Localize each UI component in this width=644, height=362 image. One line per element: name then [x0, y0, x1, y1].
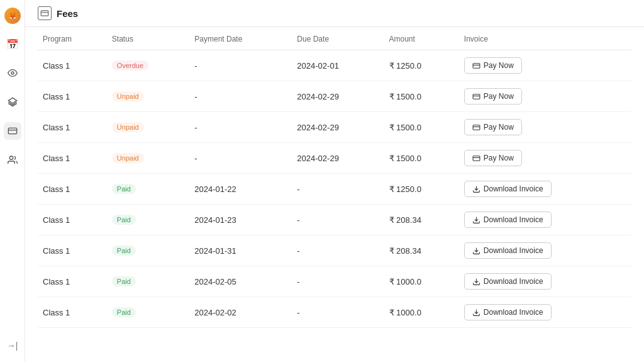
cell-due-date: -: [292, 235, 384, 266]
pay-now-button[interactable]: Pay Now: [464, 57, 522, 74]
status-badge: Paid: [112, 215, 136, 225]
download-invoice-button[interactable]: Download Invoice: [464, 242, 552, 259]
calendar-icon[interactable]: 📅: [4, 35, 21, 53]
download-invoice-button[interactable]: Download Invoice: [464, 304, 552, 320]
cell-amount: ₹ 1500.0: [384, 112, 459, 143]
cell-program: Class 1: [38, 50, 107, 81]
credit-card-icon: [472, 93, 480, 101]
cell-invoice: Download Invoice: [459, 174, 631, 205]
cell-payment-date: -: [189, 50, 292, 81]
cell-due-date: -: [292, 297, 384, 328]
cell-due-date: 2024-02-29: [292, 143, 384, 174]
cell-program: Class 1: [38, 205, 107, 235]
download-icon: [472, 185, 480, 193]
cell-payment-date: -: [189, 143, 292, 174]
credit-card-icon: [472, 123, 480, 132]
svg-point-0: [11, 72, 14, 74]
cell-program: Class 1: [38, 112, 107, 143]
download-icon: [472, 216, 480, 224]
table-row: Class 1Paid2024-02-02-₹ 1000.0Download I…: [38, 297, 631, 328]
cell-amount: ₹ 1500.0: [384, 143, 459, 174]
table-row: Class 1Unpaid-2024-02-29₹ 1500.0Pay Now: [38, 112, 631, 143]
cell-payment-date: 2024-01-23: [189, 205, 292, 235]
download-invoice-button[interactable]: Download Invoice: [464, 181, 552, 197]
sidebar: 🦊 📅 →|: [0, 0, 25, 362]
svg-rect-2: [8, 128, 16, 133]
cell-amount: ₹ 1250.0: [384, 50, 459, 81]
cell-program: Class 1: [38, 174, 107, 205]
cell-program: Class 1: [38, 143, 107, 174]
cell-invoice: Pay Now: [459, 50, 631, 81]
cell-payment-date: -: [189, 81, 292, 112]
cell-program: Class 1: [38, 297, 107, 328]
layers-icon[interactable]: [4, 93, 21, 111]
cell-payment-date: 2024-02-05: [189, 266, 292, 297]
cell-due-date: -: [292, 266, 384, 297]
status-badge: Unpaid: [112, 153, 144, 163]
status-badge: Paid: [112, 307, 136, 317]
cell-amount: ₹ 1500.0: [384, 81, 459, 112]
cell-program: Class 1: [38, 235, 107, 266]
fees-table: Program Status Payment Date Due Date Amo…: [38, 27, 631, 328]
cell-invoice: Download Invoice: [459, 235, 631, 266]
fees-icon: [38, 6, 52, 20]
table-row: Class 1Paid2024-01-23-₹ 208.34Download I…: [38, 205, 631, 235]
page-title: Fees: [57, 8, 78, 19]
cell-invoice: Pay Now: [459, 143, 631, 174]
cell-amount: ₹ 208.34: [384, 235, 459, 266]
table-row: Class 1Overdue-2024-02-01₹ 1250.0Pay Now: [38, 50, 631, 81]
pay-now-button[interactable]: Pay Now: [464, 88, 522, 105]
col-invoice: Invoice: [459, 27, 631, 50]
cell-due-date: -: [292, 205, 384, 235]
status-badge: Unpaid: [112, 122, 144, 132]
cell-status: Paid: [107, 297, 189, 328]
cell-invoice: Pay Now: [459, 81, 631, 112]
status-badge: Paid: [112, 246, 136, 256]
cell-status: Unpaid: [107, 143, 189, 174]
cell-status: Overdue: [107, 50, 189, 81]
svg-rect-5: [41, 11, 48, 16]
card-icon[interactable]: [4, 122, 21, 140]
cell-amount: ₹ 1000.0: [384, 266, 459, 297]
main-content: Fees Program Status Payment Date Due Dat…: [25, 0, 644, 362]
svg-rect-9: [473, 94, 480, 99]
cell-due-date: 2024-02-29: [292, 81, 384, 112]
cell-payment-date: 2024-02-02: [189, 297, 292, 328]
status-badge: Overdue: [112, 60, 148, 71]
cell-status: Paid: [107, 205, 189, 235]
download-invoice-button[interactable]: Download Invoice: [464, 212, 552, 228]
avatar-icon[interactable]: 🦊: [4, 8, 21, 24]
users-icon[interactable]: [4, 151, 21, 169]
cell-amount: ₹ 1000.0: [384, 297, 459, 328]
table-row: Class 1Unpaid-2024-02-29₹ 1500.0Pay Now: [38, 143, 631, 174]
cell-payment-date: 2024-01-22: [189, 174, 292, 205]
page-header: Fees: [25, 0, 644, 27]
cell-program: Class 1: [38, 266, 107, 297]
pay-now-button[interactable]: Pay Now: [464, 150, 522, 166]
cell-payment-date: 2024-01-31: [189, 235, 292, 266]
cell-amount: ₹ 1250.0: [384, 174, 459, 205]
table-row: Class 1Paid2024-01-22-₹ 1250.0Download I…: [38, 174, 631, 205]
credit-card-icon: [472, 62, 480, 70]
svg-point-4: [9, 156, 13, 159]
cell-amount: ₹ 208.34: [384, 205, 459, 235]
status-badge: Paid: [112, 276, 136, 286]
col-program: Program: [38, 27, 107, 50]
download-icon: [472, 308, 480, 317]
col-payment-date: Payment Date: [189, 27, 292, 50]
pay-now-button[interactable]: Pay Now: [464, 119, 522, 135]
collapse-button[interactable]: →|: [4, 337, 21, 354]
cell-due-date: -: [292, 174, 384, 205]
eye-icon[interactable]: [4, 64, 21, 82]
col-due-date: Due Date: [292, 27, 384, 50]
cell-status: Paid: [107, 235, 189, 266]
download-invoice-button[interactable]: Download Invoice: [464, 273, 552, 290]
cell-invoice: Download Invoice: [459, 266, 631, 297]
table-row: Class 1Paid2024-02-05-₹ 1000.0Download I…: [38, 266, 631, 297]
svg-rect-13: [473, 156, 480, 161]
table-row: Class 1Paid2024-01-31-₹ 208.34Download I…: [38, 235, 631, 266]
cell-invoice: Pay Now: [459, 112, 631, 143]
col-amount: Amount: [384, 27, 459, 50]
table-header: Program Status Payment Date Due Date Amo…: [38, 27, 631, 50]
table-body: Class 1Overdue-2024-02-01₹ 1250.0Pay Now…: [38, 50, 631, 328]
